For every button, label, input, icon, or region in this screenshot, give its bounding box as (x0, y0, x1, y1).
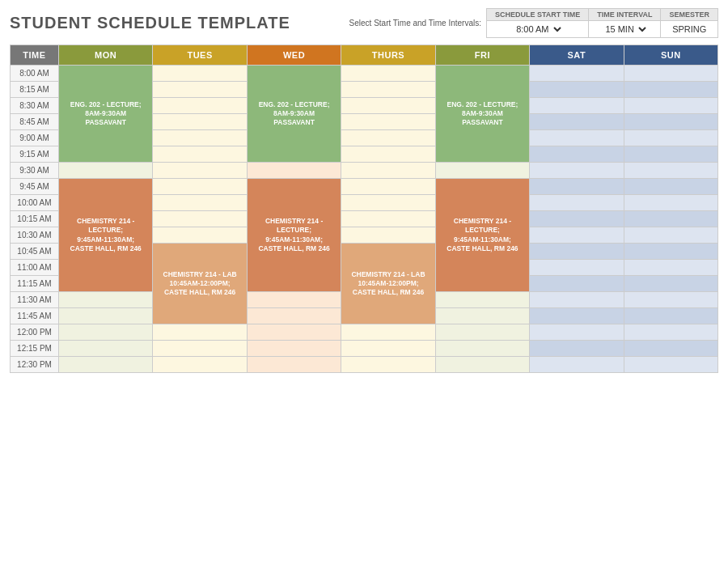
start-time-header: SCHEDULE START TIME (487, 9, 588, 21)
empty-cell (624, 195, 717, 211)
empty-cell (530, 324, 624, 341)
empty-cell (624, 324, 717, 341)
empty-cell (530, 179, 624, 195)
empty-cell (153, 98, 247, 114)
empty-cell (530, 227, 624, 244)
time-label: 9:45 AM (11, 179, 59, 195)
table-row: 9:30 AM (11, 163, 718, 179)
empty-cell (530, 308, 624, 324)
empty-cell (247, 357, 341, 373)
empty-cell (247, 163, 341, 179)
event-cell: ENG. 202 - LECTURE; 8AM-9:30AM PASSAVANT (247, 66, 341, 163)
empty-cell (341, 130, 435, 146)
empty-cell (341, 98, 435, 114)
empty-cell (58, 357, 152, 373)
th-mon: MON (58, 45, 152, 66)
empty-cell (58, 308, 152, 324)
empty-cell (530, 82, 624, 98)
empty-cell (341, 195, 435, 211)
time-label: 11:45 AM (11, 308, 59, 324)
event-cell: CHEMISTRY 214 - LAB 10:45AM-12:00PM; CAS… (341, 244, 435, 324)
time-label: 12:15 PM (11, 341, 59, 357)
table-row: 12:30 PM (11, 357, 718, 373)
empty-cell (624, 179, 717, 195)
empty-cell (624, 227, 717, 244)
interval-header: TIME INTERVAL (589, 9, 660, 21)
event-cell: ENG. 202 - LECTURE; 8AM-9:30AM PASSAVANT (58, 66, 152, 163)
page-header: STUDENT SCHEDULE TEMPLATE Select Start T… (10, 8, 718, 38)
empty-cell (624, 260, 717, 276)
time-label: 10:15 AM (11, 211, 59, 227)
event-cell: CHEMISTRY 214 - LECTURE; 9:45AM-11:30AM;… (435, 179, 529, 292)
empty-cell (153, 341, 247, 357)
empty-cell (435, 292, 529, 308)
semester-value: SPRING (666, 23, 713, 36)
semester-control: SEMESTER SPRING (661, 8, 718, 38)
start-time-select[interactable]: 7:00 AM 7:30 AM 8:00 AM 8:30 AM 9:00 AM (511, 23, 564, 36)
empty-cell (530, 244, 624, 260)
event-cell: ENG. 202 - LECTURE; 8AM-9:30AM PASSAVANT (435, 66, 529, 163)
empty-cell (341, 163, 435, 179)
th-time: TIME (11, 45, 59, 66)
empty-cell (435, 308, 529, 324)
time-label: 9:00 AM (11, 130, 59, 146)
empty-cell (341, 146, 435, 163)
empty-cell (247, 308, 341, 324)
empty-cell (624, 244, 717, 260)
time-label: 10:45 AM (11, 244, 59, 260)
empty-cell (624, 211, 717, 227)
th-thu: THURS (341, 45, 435, 66)
page-title: STUDENT SCHEDULE TEMPLATE (10, 14, 290, 32)
time-label: 11:15 AM (11, 276, 59, 292)
time-label: 8:00 AM (11, 66, 59, 82)
semester-body: SPRING (662, 21, 716, 37)
empty-cell (153, 324, 247, 341)
empty-cell (153, 146, 247, 163)
empty-cell (530, 276, 624, 292)
empty-cell (624, 357, 717, 373)
th-fri: FRI (435, 45, 529, 66)
th-wed: WED (247, 45, 341, 66)
empty-cell (435, 324, 529, 341)
empty-cell (530, 341, 624, 357)
event-cell: CHEMISTRY 214 - LECTURE; 9:45AM-11:30AM;… (247, 179, 341, 292)
interval-body: 5 MIN 10 MIN 15 MIN 30 MIN 60 MIN (597, 21, 652, 37)
empty-cell (341, 211, 435, 227)
empty-cell (624, 163, 717, 179)
empty-cell (624, 66, 717, 82)
table-row: 8:00 AMENG. 202 - LECTURE; 8AM-9:30AM PA… (11, 66, 718, 82)
header-row: TIME MON TUES WED THURS FRI SAT SUN (11, 45, 718, 66)
empty-cell (435, 357, 529, 373)
empty-cell (153, 179, 247, 195)
controls-label: Select Start Time and Time Intervals: (349, 19, 481, 28)
empty-cell (153, 114, 247, 130)
interval-select[interactable]: 5 MIN 10 MIN 15 MIN 30 MIN 60 MIN (600, 23, 649, 36)
empty-cell (247, 341, 341, 357)
empty-cell (624, 341, 717, 357)
empty-cell (530, 260, 624, 276)
time-label: 10:00 AM (11, 195, 59, 211)
empty-cell (624, 114, 717, 130)
th-sat: SAT (530, 45, 624, 66)
start-time-control: SCHEDULE START TIME 7:00 AM 7:30 AM 8:00… (486, 8, 589, 38)
time-label: 9:15 AM (11, 146, 59, 163)
time-label: 10:30 AM (11, 227, 59, 244)
start-time-body: 7:00 AM 7:30 AM 8:00 AM 8:30 AM 9:00 AM (508, 21, 567, 37)
empty-cell (530, 357, 624, 373)
empty-cell (624, 276, 717, 292)
time-label: 11:30 AM (11, 292, 59, 308)
time-label: 8:15 AM (11, 82, 59, 98)
time-label: 12:00 PM (11, 324, 59, 341)
empty-cell (530, 98, 624, 114)
empty-cell (624, 146, 717, 163)
empty-cell (58, 163, 152, 179)
empty-cell (530, 292, 624, 308)
empty-cell (247, 292, 341, 308)
semester-header: SEMESTER (661, 9, 717, 21)
empty-cell (153, 357, 247, 373)
table-row: 12:00 PM (11, 324, 718, 341)
empty-cell (153, 195, 247, 211)
empty-cell (58, 292, 152, 308)
empty-cell (341, 324, 435, 341)
empty-cell (153, 66, 247, 82)
